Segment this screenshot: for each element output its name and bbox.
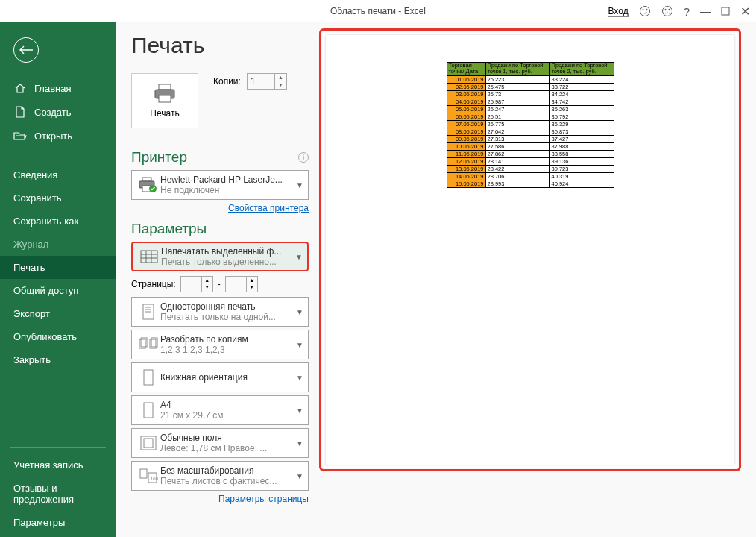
- svg-point-5: [668, 9, 669, 10]
- nav-Общий доступ[interactable]: Общий доступ: [0, 279, 116, 302]
- preview-table: Торговая точка/ ДатаПродажи по Торговой …: [447, 62, 614, 188]
- nav-open[interactable]: Открыть: [0, 124, 116, 148]
- svg-rect-28: [144, 370, 153, 385]
- printer-selector[interactable]: Hewlett-Packard HP LaserJe... Не подключ…: [131, 170, 309, 200]
- smiley-icon[interactable]: [639, 5, 651, 17]
- info-icon[interactable]: i: [298, 152, 309, 163]
- nav-Параметры[interactable]: Параметры: [0, 511, 116, 534]
- nav-Журнал[interactable]: Журнал: [0, 233, 116, 256]
- open-icon: [13, 130, 27, 142]
- svg-rect-29: [144, 403, 153, 418]
- pages-to-input[interactable]: [226, 277, 246, 292]
- svg-rect-6: [722, 7, 729, 15]
- nav-label: Открыть: [34, 131, 72, 142]
- printer-status: Не подключен: [160, 185, 293, 195]
- combo-line1: Напечатать выделенный ф...: [161, 246, 292, 257]
- printer-properties-link[interactable]: Свойства принтера: [131, 203, 309, 213]
- copies-label: Копии:: [213, 76, 241, 87]
- nav-Печать[interactable]: Печать: [0, 256, 116, 279]
- maximize-button[interactable]: [721, 7, 730, 16]
- svg-point-2: [646, 9, 646, 10]
- printer-name: Hewlett-Packard HP LaserJe...: [160, 175, 293, 185]
- page-single-icon: [136, 303, 160, 321]
- print-side-combo[interactable]: Односторонняя печатьПечатать только на о…: [131, 297, 309, 327]
- portrait-icon: [136, 368, 160, 386]
- scaling-combo[interactable]: 100 Без масштабированияПечать листов с ф…: [131, 461, 309, 491]
- pages-to-spinner[interactable]: ▲▼: [225, 276, 258, 292]
- copies-down[interactable]: ▼: [275, 81, 286, 89]
- svg-rect-7: [159, 84, 171, 90]
- svg-point-10: [171, 91, 173, 93]
- copies-spinner[interactable]: ▲▼: [247, 73, 287, 90]
- combo-line2: Печать только выделенно...: [161, 257, 292, 267]
- chevron-down-icon: ▼: [296, 181, 303, 189]
- backstage-sidebar: Главная Создать Открыть СведенияСохранит…: [0, 22, 116, 537]
- paper-icon: [136, 401, 160, 419]
- chevron-down-icon: ▼: [296, 341, 303, 349]
- printer-icon: [152, 83, 177, 104]
- print-settings-panel: Печать Печать Копии: ▲▼ Принтер i: [116, 22, 319, 537]
- preview-frame: Торговая точка/ ДатаПродажи по Торговой …: [319, 28, 741, 471]
- close-button[interactable]: ✕: [740, 4, 750, 19]
- margins-icon: [136, 435, 160, 451]
- login-link[interactable]: Вход: [608, 6, 629, 17]
- nav-Сохранить как[interactable]: Сохранить как: [0, 210, 116, 233]
- svg-point-1: [642, 9, 643, 10]
- nav-Отзывы и предложения[interactable]: Отзывы и предложения: [0, 477, 116, 511]
- print-selection-combo[interactable]: Напечатать выделенный ф... Печать только…: [131, 242, 309, 271]
- pages-sep: -: [218, 279, 221, 289]
- printer-section-heading: Принтер i: [131, 149, 309, 166]
- collate-icon: [136, 336, 160, 353]
- nav-Учетная запись[interactable]: Учетная запись: [0, 453, 116, 477]
- svg-rect-15: [141, 251, 157, 263]
- copies-up[interactable]: ▲: [275, 74, 286, 81]
- svg-rect-11: [142, 178, 151, 181]
- paper-size-combo[interactable]: A421 см x 29,7 см ▼: [131, 395, 309, 425]
- svg-point-4: [664, 9, 665, 10]
- back-button[interactable]: [13, 37, 39, 63]
- page-setup-link[interactable]: Параметры страницы: [131, 494, 309, 504]
- nav-home[interactable]: Главная: [0, 76, 116, 100]
- params-section-heading: Параметры: [131, 221, 309, 237]
- chevron-down-icon: ▼: [296, 374, 303, 382]
- svg-point-3: [662, 7, 672, 16]
- scaling-icon: 100: [136, 468, 160, 484]
- svg-text:100: 100: [151, 477, 158, 481]
- chevron-down-icon: ▼: [296, 472, 303, 480]
- titlebar: Область печати - Excel Вход ? — ✕: [0, 0, 756, 22]
- pages-label: Страницы:: [131, 279, 176, 289]
- collate-combo[interactable]: Разобрать по копиям1,2,3 1,2,3 1,2,3 ▼: [131, 330, 309, 359]
- printer-ready-icon: [136, 177, 160, 193]
- nav-Экспорт[interactable]: Экспорт: [0, 302, 116, 325]
- chevron-down-icon: ▼: [295, 253, 303, 261]
- orientation-combo[interactable]: Книжная ориентация ▼: [131, 362, 309, 392]
- pages-from-input[interactable]: [181, 277, 201, 292]
- new-icon: [13, 106, 27, 118]
- svg-rect-32: [140, 469, 147, 478]
- nav-label: Главная: [34, 83, 71, 94]
- nav-Сохранить[interactable]: Сохранить: [0, 186, 116, 210]
- nav-Опубликовать[interactable]: Опубликовать: [0, 325, 116, 348]
- svg-point-0: [640, 7, 649, 16]
- home-icon: [13, 82, 27, 94]
- margins-combo[interactable]: Обычные поляЛевое: 1,78 см Правое: ... ▼: [131, 428, 309, 458]
- chevron-down-icon: ▼: [296, 439, 303, 448]
- nav-new[interactable]: Создать: [0, 100, 116, 124]
- pages-from-spinner[interactable]: ▲▼: [180, 276, 213, 292]
- nav-Сведения[interactable]: Сведения: [0, 163, 116, 186]
- chevron-down-icon: ▼: [296, 406, 303, 415]
- copies-input[interactable]: [248, 76, 274, 87]
- nav-Закрыть[interactable]: Закрыть: [0, 348, 116, 371]
- help-icon[interactable]: ?: [684, 5, 690, 18]
- nav-label: Создать: [34, 107, 71, 118]
- sad-icon[interactable]: [661, 5, 673, 17]
- page-heading: Печать: [131, 33, 309, 58]
- window-title: Область печати - Excel: [330, 6, 426, 16]
- chevron-down-icon: ▼: [296, 308, 303, 316]
- print-button-label: Печать: [150, 108, 179, 119]
- preview-page: Торговая точка/ ДатаПродажи по Торговой …: [326, 35, 734, 465]
- selection-icon: [137, 248, 161, 265]
- print-button[interactable]: Печать: [131, 73, 198, 128]
- minimize-button[interactable]: —: [700, 5, 711, 17]
- print-preview-panel: Торговая точка/ ДатаПродажи по Торговой …: [319, 22, 756, 537]
